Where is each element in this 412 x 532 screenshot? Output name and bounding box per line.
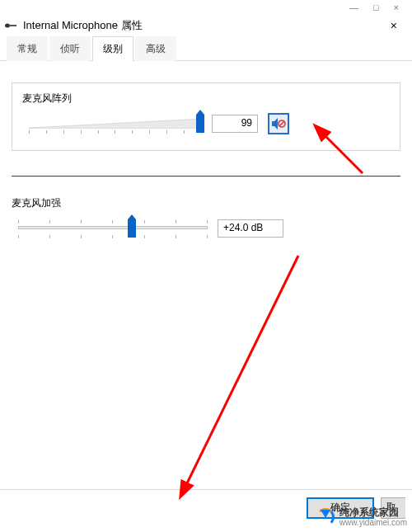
svg-marker-3 [272, 118, 278, 129]
tab-advanced[interactable]: 高级 [135, 36, 176, 61]
svg-line-5 [279, 121, 283, 125]
microphone-icon [3, 20, 18, 31]
tab-levels[interactable]: 级别 [92, 36, 133, 61]
close-icon[interactable]: × [394, 2, 399, 12]
mute-button[interactable] [268, 113, 289, 134]
maximize-icon[interactable]: □ [373, 2, 379, 12]
watermark: 纯净系统家园 www.yidaimei.com [316, 507, 407, 527]
section-divider [12, 176, 400, 177]
watermark-title: 纯净系统家园 [339, 507, 407, 518]
group-mic-array: 麦克风阵列 99 [12, 82, 400, 151]
dialog-close-icon[interactable]: × [386, 17, 402, 34]
mic-boost-value: +24.0 dB [218, 219, 283, 238]
speaker-muted-icon [271, 117, 286, 130]
titlebar: Internal Microphone 属性 × [0, 15, 412, 36]
mic-array-value[interactable]: 99 [212, 115, 258, 133]
tab-strip: 常规 侦听 级别 高级 [0, 36, 412, 61]
watermark-url: www.yidaimei.com [339, 518, 407, 527]
mic-array-slider[interactable] [29, 112, 202, 135]
tab-content-levels: 麦克风阵列 99 麦克风加强 [0, 61, 412, 490]
tab-listen[interactable]: 侦听 [49, 36, 91, 61]
mic-array-label: 麦克风阵列 [22, 92, 390, 106]
watermark-logo-icon [316, 508, 335, 526]
svg-rect-1 [9, 25, 16, 26]
window-controls: — □ × [0, 0, 412, 15]
minimize-icon[interactable]: — [349, 2, 358, 12]
mic-boost-slider-thumb[interactable] [128, 219, 136, 238]
mic-array-slider-thumb[interactable] [196, 115, 204, 133]
window-title: Internal Microphone 属性 [23, 18, 386, 33]
group-mic-boost: 麦克风加强 +24.0 dB [12, 196, 400, 240]
svg-marker-2 [29, 119, 202, 129]
mic-boost-slider[interactable] [18, 217, 208, 240]
tab-general[interactable]: 常规 [7, 36, 48, 61]
mic-boost-label: 麦克风加强 [12, 196, 400, 210]
